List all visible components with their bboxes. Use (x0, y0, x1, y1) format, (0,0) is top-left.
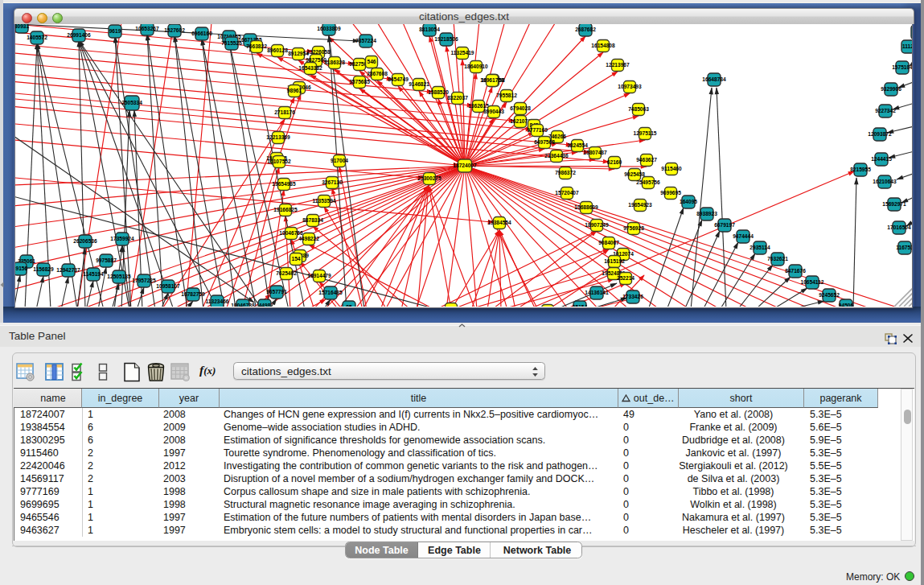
svg-text:9227342: 9227342 (875, 108, 896, 113)
svg-text:15692971: 15692971 (882, 201, 906, 207)
svg-text:1588520: 1588520 (428, 89, 449, 95)
svg-text:10688609: 10688609 (574, 204, 598, 210)
svg-text:7515526: 7515526 (221, 40, 242, 46)
svg-text:1112: 1112 (902, 43, 913, 49)
svg-text:6794028: 6794028 (510, 105, 531, 111)
svg-text:3575685: 3575685 (349, 79, 370, 84)
svg-text:1244415: 1244415 (871, 156, 892, 162)
svg-text:9245652: 9245652 (819, 292, 840, 298)
svg-text:6497568: 6497568 (534, 139, 555, 145)
svg-text:12213369: 12213369 (266, 134, 290, 140)
svg-text:62160: 62160 (607, 159, 622, 165)
svg-text:16033809: 16033809 (317, 26, 341, 31)
svg-text:546: 546 (367, 59, 376, 64)
svg-text:18724007: 18724007 (453, 163, 477, 168)
svg-text:3267130: 3267130 (322, 179, 343, 185)
svg-text:1733426: 1733426 (622, 294, 643, 299)
svg-text:7663822: 7663822 (246, 43, 267, 49)
svg-text:8960128: 8960128 (267, 47, 288, 53)
svg-text:9619: 9619 (109, 28, 121, 34)
svg-text:8186328: 8186328 (324, 60, 345, 65)
svg-text:1615192: 1615192 (604, 258, 625, 264)
svg-text:8990443: 8990443 (483, 109, 504, 114)
svg-text:16107552: 16107552 (267, 159, 291, 164)
svg-text:2687682: 2687682 (575, 27, 596, 32)
svg-text:9463627: 9463627 (636, 157, 657, 163)
svg-text:1575104: 1575104 (892, 64, 913, 70)
svg-text:8454749: 8454749 (388, 76, 409, 82)
svg-text:12505135: 12505135 (107, 274, 131, 279)
svg-text:17359924: 17359924 (110, 236, 134, 241)
svg-text:17957225: 17957225 (132, 278, 156, 283)
svg-text:9084067: 9084067 (598, 240, 619, 245)
svg-text:44: 44 (448, 306, 454, 307)
svg-text:16648784: 16648784 (702, 76, 726, 82)
svg-text:1527602: 1527602 (164, 27, 185, 33)
svg-text:12213967: 12213967 (606, 62, 630, 68)
svg-text:8322037: 8322037 (447, 95, 468, 101)
svg-text:12093872: 12093872 (868, 131, 892, 137)
svg-text:10973493: 10973493 (618, 84, 642, 89)
svg-text:15716485: 15716485 (318, 290, 343, 295)
svg-text:18907249: 18907249 (585, 222, 609, 228)
svg-text:7357224: 7357224 (355, 38, 376, 43)
svg-text:9115460: 9115460 (661, 166, 682, 171)
svg-text:98961: 98961 (287, 88, 302, 93)
svg-text:19218506: 19218506 (434, 36, 458, 42)
svg-text:9699695: 9699695 (660, 190, 681, 196)
svg-text:2867608: 2867608 (367, 71, 388, 76)
svg-text:9657791: 9657791 (266, 289, 287, 295)
svg-text:6966160: 6966160 (191, 31, 212, 36)
svg-text:154: 154 (291, 256, 300, 262)
svg-text:8471676: 8471676 (785, 268, 806, 274)
svg-text:8938923: 8938923 (696, 211, 717, 216)
svg-text:11323466: 11323466 (206, 299, 229, 304)
svg-text:2505334: 2505334 (121, 100, 142, 105)
svg-text:85: 85 (346, 304, 352, 307)
svg-text:1145194: 1145194 (83, 271, 104, 277)
svg-text:4498222: 4498222 (298, 236, 319, 241)
svg-text:7625402: 7625402 (276, 270, 297, 276)
svg-text:6679197: 6679197 (714, 222, 735, 228)
svg-text:12975115: 12975115 (634, 130, 657, 136)
svg-text:19384554: 19384554 (487, 220, 511, 225)
svg-text:19654985: 19654985 (272, 181, 296, 187)
svg-text:16782759: 16782759 (181, 291, 205, 297)
svg-text:9329906: 9329906 (881, 86, 901, 92)
svg-text:917004: 917004 (331, 158, 348, 163)
svg-text:3824554: 3824554 (567, 142, 588, 148)
svg-text:10046766: 10046766 (279, 230, 303, 236)
svg-text:18640910: 18640910 (464, 64, 488, 69)
svg-text:10654112: 10654112 (801, 279, 824, 285)
svg-text:12942737: 12942737 (56, 267, 80, 273)
svg-text:26206536: 26206536 (73, 238, 97, 244)
svg-text:9777169: 9777169 (527, 127, 548, 133)
svg-text:9756928: 9756928 (623, 225, 644, 231)
svg-text:9975887: 9975887 (96, 257, 117, 263)
svg-text:2935114: 2935114 (749, 245, 770, 250)
svg-text:25300275: 25300275 (417, 175, 441, 181)
svg-text:21364436: 21364436 (544, 153, 569, 159)
svg-text:1405572: 1405572 (27, 35, 47, 40)
svg-text:2718176: 2718176 (274, 109, 295, 115)
svg-text:16210643: 16210643 (873, 179, 897, 184)
svg-text:80931: 80931 (15, 24, 29, 29)
svg-text:19166825: 19166825 (273, 207, 298, 212)
svg-text:4498: 4498 (259, 303, 271, 307)
svg-text:10958107: 10958107 (156, 283, 180, 289)
svg-text:7485063: 7485063 (628, 106, 649, 112)
svg-text:26991406: 26991406 (67, 32, 91, 38)
svg-text:7986372: 7986372 (555, 170, 576, 175)
svg-text:16543382: 16543382 (298, 65, 322, 71)
svg-text:10807487: 10807487 (583, 150, 607, 155)
svg-text:16154808: 16154808 (591, 43, 615, 48)
svg-text:164095: 164095 (680, 199, 697, 204)
svg-text:16914479: 16914479 (307, 273, 331, 278)
svg-text:8813054: 8813054 (419, 27, 440, 32)
svg-text:116753: 116753 (896, 245, 913, 250)
svg-text:8215955: 8215955 (850, 167, 871, 172)
svg-text:9025458: 9025458 (624, 171, 645, 177)
svg-text:25495756: 25495756 (636, 179, 660, 185)
svg-text:1156829: 1156829 (33, 266, 54, 272)
svg-text:8912954: 8912954 (288, 51, 309, 56)
